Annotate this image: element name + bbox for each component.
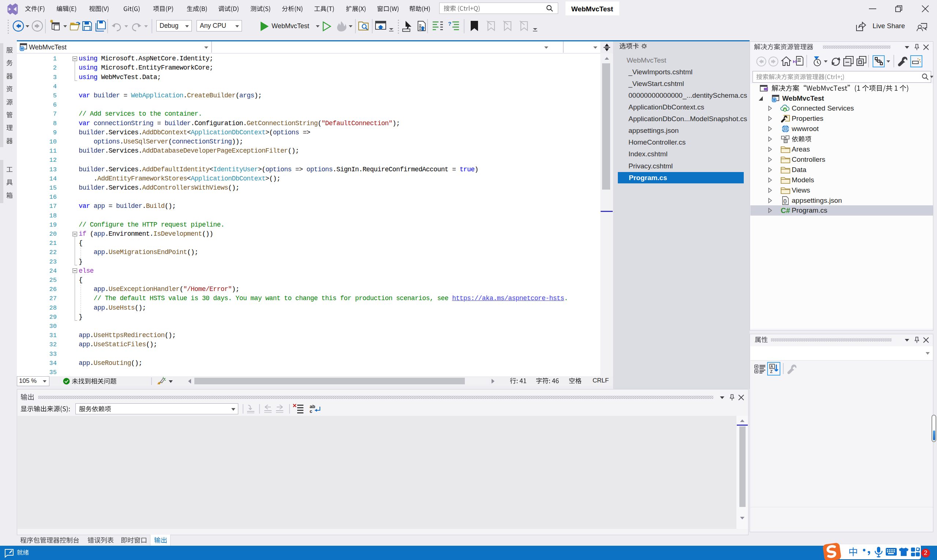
svg-text:{}: {} (783, 198, 787, 203)
svg-text:Z: Z (770, 369, 773, 374)
svg-text:?: ? (448, 20, 451, 27)
svg-text:c: c (310, 408, 312, 414)
svg-text:A: A (771, 365, 773, 369)
svg-text:C#: C# (781, 206, 790, 214)
